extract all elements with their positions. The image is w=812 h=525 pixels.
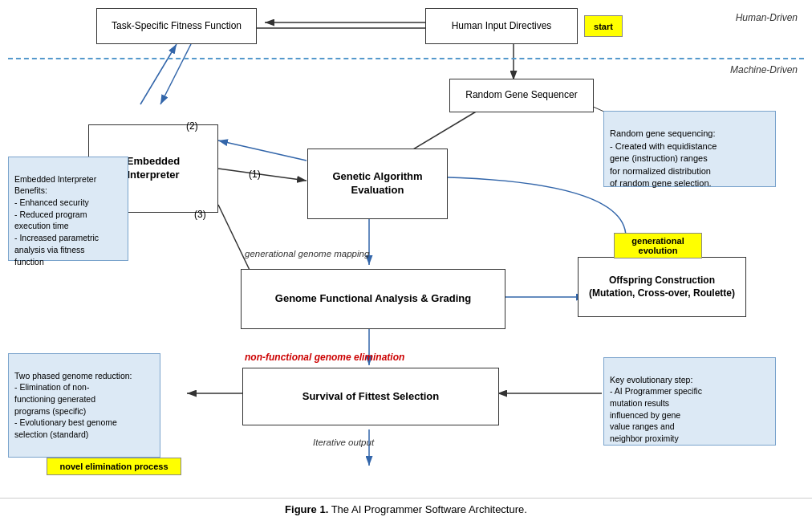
genetic-algo-box: Genetic Algorithm Evaluation [307, 149, 448, 219]
figure-caption-bold: Figure 1. [285, 503, 328, 515]
embedded-note: Embedded Interpreter Benefits: - Enhance… [8, 157, 128, 261]
offspring-box: Offspring Construction (Mutation, Cross-… [578, 257, 746, 317]
fitness-function-box: Task-Specific Fitness Function [96, 8, 257, 44]
annotation-3: (3) [194, 209, 206, 220]
random-gene-note: Random gene sequencing: - Created with e… [603, 111, 776, 187]
svg-line-18 [140, 44, 177, 104]
diagram: Human-Driven Machine-Driven Task-Specifi… [0, 0, 812, 498]
svg-line-5 [160, 44, 191, 104]
annotation-1: (1) [249, 169, 261, 180]
machine-driven-label: Machine-Driven [730, 64, 798, 75]
annotation-2: (2) [186, 120, 198, 132]
generational-evolution-badge: generational evolution [614, 233, 702, 258]
random-gene-box: Random Gene Sequencer [449, 79, 594, 112]
svg-line-14 [218, 140, 307, 161]
genome-analysis-box: Genome Functional Analysis & Grading [241, 269, 505, 329]
separator-line [8, 58, 804, 59]
start-badge: start [584, 15, 623, 37]
generational-mapping-label: generational genome mapping [245, 249, 369, 258]
two-phased-note: Two phased genome reduction: - Eliminati… [8, 353, 160, 458]
human-driven-label: Human-Driven [736, 12, 798, 23]
survival-box: Survival of Fittest Selection [242, 368, 499, 425]
figure-caption: Figure 1. The AI Programmer Software Arc… [0, 498, 812, 519]
human-input-box: Human Input Directives [425, 8, 578, 44]
figure-caption-text: The AI Programmer Software Architecture. [331, 503, 527, 515]
non-functional-label: non-functional genome elimination [245, 352, 404, 363]
novel-elimination-badge: novel elimination process [47, 458, 181, 475]
key-evolutionary-note: Key evolutionary step: - AI Programmer s… [603, 357, 776, 446]
svg-line-13 [218, 169, 307, 181]
iterative-output-label: Iterative output [313, 438, 374, 447]
